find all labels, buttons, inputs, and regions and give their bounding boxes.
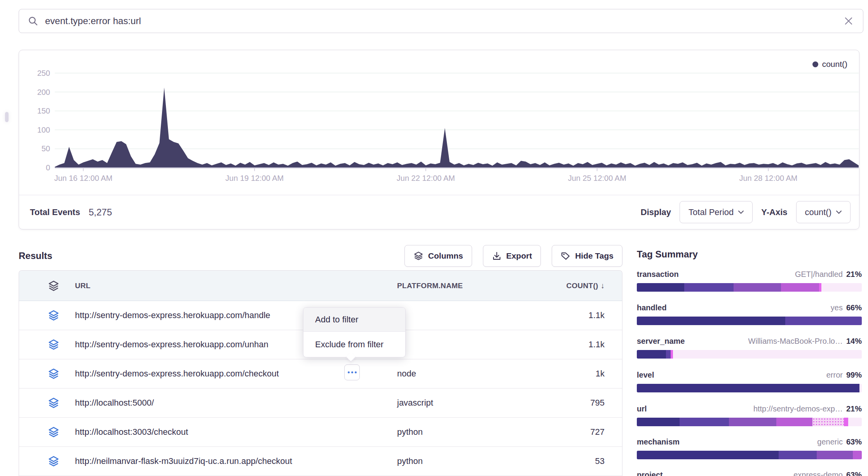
search-icon — [28, 16, 38, 26]
x-axis-tick: Jun 22 12:00 AM — [397, 174, 455, 183]
export-button-label: Export — [506, 251, 532, 261]
url-cell[interactable]: http://localhost:3003/checkout — [59, 427, 397, 437]
y-axis-tick: 150 — [26, 107, 50, 116]
layers-icon — [48, 310, 59, 321]
tag-top-value: http://sentry-demos-exp… — [753, 404, 843, 413]
y-axis-tick: 100 — [26, 126, 50, 135]
chevron-down-icon — [836, 210, 842, 214]
count-cell[interactable]: 1.1k — [553, 340, 622, 350]
tag-top-percent: 14% — [846, 337, 862, 346]
search-input[interactable]: event.type:error has:url — [45, 16, 844, 26]
layers-icon — [48, 368, 59, 380]
y-axis-tick: 50 — [26, 144, 50, 153]
tag-name: level — [637, 371, 654, 380]
count-cell[interactable]: 795 — [553, 398, 622, 408]
y-axis-tick: 200 — [26, 88, 50, 97]
table-row: http://localhost:3003/checkout python 72… — [19, 418, 622, 447]
columns-button[interactable]: Columns — [404, 245, 472, 267]
menu-item-exclude-from-filter[interactable]: Exclude from filter — [303, 332, 405, 357]
layers-icon — [48, 397, 59, 409]
tag-distribution-bar[interactable] — [637, 384, 862, 392]
chevron-down-icon — [738, 210, 744, 214]
columns-button-label: Columns — [428, 251, 463, 261]
tag-top-percent: 21% — [846, 270, 862, 279]
tag-top-percent: 99% — [846, 371, 862, 380]
count-cell[interactable]: 53 — [553, 456, 622, 466]
yaxis-label: Y-Axis — [761, 207, 787, 217]
results-header-row: Results Columns Export — [19, 245, 622, 267]
tag-summary-row-project: project express-demo 63% — [637, 471, 862, 476]
tag-distribution-bar[interactable] — [637, 418, 862, 426]
column-header-url[interactable]: URL — [59, 282, 397, 290]
results-table-header: URL PLATFORM.NAME COUNT()↓ — [19, 271, 622, 301]
yaxis-dropdown[interactable]: count() — [796, 201, 851, 223]
display-dropdown-value: Total Period — [688, 207, 734, 217]
column-header-count[interactable]: COUNT()↓ — [553, 281, 622, 290]
legend-dot-icon — [812, 61, 818, 67]
count-cell[interactable]: 1.1k — [553, 310, 622, 320]
tag-top-value: Williams-MacBook-Pro.lo… — [748, 337, 843, 346]
tag-summary-row-level: level error 99% — [637, 371, 862, 392]
chart-legend: count() — [812, 60, 847, 69]
table-row: http://sentry-demos-express.herokuapp.co… — [19, 359, 622, 388]
platform-cell[interactable]: python — [397, 427, 553, 437]
platform-cell[interactable]: node — [397, 369, 553, 379]
platform-cell[interactable]: javascript — [397, 398, 553, 408]
tag-name: transaction — [637, 270, 679, 279]
display-label: Display — [641, 207, 671, 217]
tag-top-percent: 66% — [846, 303, 862, 312]
count-cell[interactable]: 1k — [553, 369, 622, 379]
download-icon — [492, 251, 502, 261]
column-header-platform[interactable]: PLATFORM.NAME — [397, 282, 553, 290]
search-bar[interactable]: event.type:error has:url — [19, 9, 863, 33]
tag-distribution-bar[interactable] — [637, 451, 862, 459]
tag-name: server_name — [637, 337, 685, 346]
menu-item-add-to-filter[interactable]: Add to filter — [303, 308, 405, 332]
results-table: URL PLATFORM.NAME COUNT()↓ http://sentry… — [19, 270, 622, 476]
x-axis-tick: Jun 19 12:00 AM — [225, 174, 284, 183]
cell-actions-button[interactable] — [344, 364, 360, 380]
results-heading: Results — [19, 250, 52, 261]
tag-top-value: generic — [817, 438, 843, 446]
display-dropdown[interactable]: Total Period — [680, 201, 753, 223]
yaxis-dropdown-value: count() — [805, 207, 831, 217]
layers-icon — [48, 339, 59, 350]
discover-page: event.type:error has:url count() 0501001… — [0, 0, 868, 476]
tag-top-value: express-demo — [793, 471, 843, 476]
tag-distribution-bar[interactable] — [637, 283, 862, 292]
url-cell[interactable]: http://neilmanvar-flask-m3uuizd7iq-uc.a.… — [59, 456, 397, 466]
clear-search-icon[interactable] — [844, 16, 854, 26]
y-axis-tick: 250 — [26, 69, 50, 78]
tag-name: project — [637, 471, 663, 476]
events-chart-plot[interactable] — [55, 70, 859, 172]
x-axis-tick: Jun 16 12:00 AM — [54, 174, 112, 183]
tag-top-value: GET|/handled — [795, 270, 843, 279]
tag-summary-row-url: url http://sentry-demos-exp… 21% — [637, 404, 862, 426]
hide-tags-button-label: Hide Tags — [575, 251, 614, 261]
layers-icon — [48, 455, 59, 467]
total-events-label: Total Events — [30, 207, 80, 217]
x-axis-tick: Jun 28 12:00 AM — [739, 174, 797, 183]
tag-summary-panel: Tag Summary transaction GET|/handled 21%… — [637, 249, 862, 260]
chart-panel-footer: Total Events 5,275 Display Total Period … — [19, 195, 859, 229]
tag-name: url — [637, 404, 647, 413]
table-row: http://neilmanvar-flask-m3uuizd7iq-uc.a.… — [19, 447, 622, 476]
tag-name: mechanism — [637, 438, 680, 446]
legend-label: count() — [822, 60, 847, 69]
hide-tags-button[interactable]: Hide Tags — [552, 245, 622, 267]
tag-distribution-bar[interactable] — [637, 317, 862, 325]
tag-top-percent: 21% — [846, 404, 862, 413]
panel-resize-handle[interactable] — [5, 112, 9, 122]
count-cell[interactable]: 727 — [553, 427, 622, 437]
platform-cell[interactable]: python — [397, 456, 553, 466]
layers-icon — [413, 251, 424, 261]
export-button[interactable]: Export — [483, 245, 541, 267]
tag-name: handled — [637, 303, 667, 312]
tag-summary-row-server_name: server_name Williams-MacBook-Pro.lo… 14% — [637, 337, 862, 359]
tag-summary-row-handled: handled yes 66% — [637, 303, 862, 325]
tag-summary-row-transaction: transaction GET|/handled 21% — [637, 270, 862, 292]
tag-icon — [561, 251, 570, 261]
url-cell[interactable]: http://localhost:5000/ — [59, 398, 397, 408]
x-axis-tick: Jun 25 12:00 AM — [568, 174, 626, 183]
tag-distribution-bar[interactable] — [637, 350, 862, 359]
